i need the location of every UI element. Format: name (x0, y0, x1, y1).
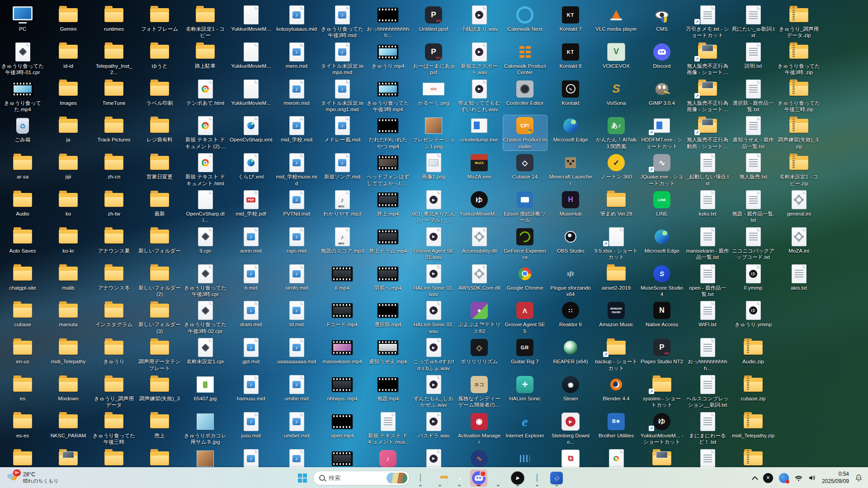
desktop-icon[interactable]: malib (47, 263, 90, 292)
desktop-icon[interactable]: ▶001_東北きりたん（ノーマル）_今じゃ... (412, 189, 456, 225)
desktop-icon[interactable]: 9.cpr (184, 226, 227, 255)
desktop-icon[interactable]: ♪新規ソング.mid (321, 152, 364, 181)
desktop-icon[interactable] (47, 448, 90, 469)
desktop-icon[interactable]: Google Chrome (503, 263, 547, 292)
desktop-icon[interactable] (503, 448, 547, 469)
desktop-icon[interactable]: 調声用データテンプレート (138, 337, 182, 372)
desktop-icon[interactable]: ▶こってゅh dすおf d s bふぉ.wav (412, 337, 456, 372)
taskbar-photos-app-button[interactable] (412, 469, 429, 487)
desktop-icon[interactable]: ゆ↗YukkuriMovieM... - ショートカット (640, 411, 684, 446)
desktop-icon[interactable]: LINELINE (640, 189, 684, 218)
desktop-icon[interactable]: Telepathy_Inst_2... (92, 42, 136, 77)
desktop-icon[interactable]: 選択肢 - 親作品一覧.txt (731, 79, 775, 114)
desktop-icon[interactable]: open - 親作品一覧.txt (686, 263, 730, 299)
desktop-icon[interactable]: general.ini (777, 189, 821, 218)
desktop-icon[interactable]: jijii (47, 152, 90, 181)
desktop-icon[interactable]: ↗無人販売不正行為画像 - ショートカッ... (686, 42, 730, 77)
desktop-icon[interactable]: en-us (1, 337, 45, 366)
desktop-icon[interactable]: 名称未設定1 - コピー (184, 5, 227, 40)
desktop-icon[interactable] (640, 448, 684, 469)
desktop-icon[interactable]: ♪jusu.mid (229, 411, 273, 440)
desktop-icon[interactable]: 無題 - 親作品一覧.txt (731, 189, 775, 225)
desktop-icon[interactable] (138, 448, 182, 469)
taskbar-chrome-button[interactable] (451, 469, 468, 487)
desktop-icon[interactable]: AWSSDK.Core.dll (458, 263, 501, 292)
desktop-icon[interactable]: ▶HALion Sonic 02.wav (412, 300, 456, 335)
desktop-icon[interactable]: ♪rajio.mid (275, 226, 319, 255)
desktop-icon[interactable]: 最新 (138, 189, 182, 218)
desktop-icon[interactable]: akis.txt (777, 263, 821, 292)
desktop-icon[interactable]: maniuta (47, 300, 90, 328)
desktop-icon[interactable]: アナウンス夏 (92, 226, 136, 255)
desktop-icon[interactable]: 新規 テキスト ドキュメント.html (184, 152, 227, 188)
desktop-icon[interactable] (1, 448, 45, 469)
desktop-icon[interactable]: midi_Telepathy.zip (731, 411, 775, 440)
desktop-icon[interactable]: zh-cn (92, 152, 136, 181)
desktop-icon[interactable]: ar-sa (1, 152, 45, 181)
desktop-icon[interactable]: きゅうり食ってた午後三時.zip (777, 79, 821, 114)
desktop-icon[interactable]: es-es (1, 411, 45, 440)
desktop-icon[interactable]: ▶Steinberg Downlo... (549, 411, 593, 446)
desktop-icon[interactable]: ♪td.mid (275, 300, 319, 328)
desktop-icon[interactable]: B★Brother Utilities (594, 411, 638, 440)
desktop-icon[interactable]: ♪mid_学校.mid (275, 115, 319, 144)
desktop-icon[interactable]: ↗万引きメモ.txt - ショートカット (686, 5, 730, 40)
desktop-icon[interactable]: F.mp4 (321, 263, 364, 292)
desktop-icon[interactable]: zh-tw (92, 189, 136, 218)
desktop-icon[interactable]: Microsoft Edge (549, 115, 593, 144)
desktop-icon[interactable]: ♪MP3無題のスコア.mp3 (321, 226, 364, 255)
desktop-icon[interactable] (686, 448, 730, 469)
desktop-icon[interactable]: YukkuriMovieM... (229, 79, 273, 107)
desktop-icon[interactable]: cubase (1, 300, 45, 328)
desktop-icon[interactable]: 新規 テキスト ドキュメント.musicxml (366, 411, 410, 446)
desktop-icon[interactable]: GeForce Experience (503, 226, 547, 262)
desktop-icon[interactable]: NNative Access (640, 300, 684, 328)
desktop-icon[interactable]: ko (47, 189, 90, 218)
desktop-icon[interactable]: OBS Studio (549, 226, 593, 255)
desktop-icon[interactable]: Gemini (47, 5, 90, 33)
desktop-icon[interactable]: OpenCvSharp.dll... (184, 189, 227, 225)
desktop-icon[interactable]: 調声練習(失敗)_3.zip (777, 115, 821, 150)
desktop-icon[interactable]: ▶答え知っててもむずいわこれ.wav (458, 79, 501, 114)
desktop-icon[interactable]: ヘッドフォンはずしててよかっt.mp4 (366, 152, 410, 188)
desktop-icon[interactable]: Images (47, 79, 90, 107)
desktop-icon[interactable]: ▶HALion Sonic 01.wav (412, 263, 456, 299)
desktop-icon[interactable]: chatgpt-site (1, 263, 45, 292)
weather-widget[interactable]: 9+ 28°C 晴れのちくもり (4, 468, 62, 488)
desktop-icon[interactable]: ♪umibe.mid (275, 374, 319, 403)
desktop-icon[interactable]: TimeTune (92, 79, 136, 107)
desktop-icon[interactable]: _起動しない場合.txt (686, 152, 730, 188)
desktop-icon[interactable]: es (1, 374, 45, 403)
desktop-icon[interactable]: Cakewalk Product Center (503, 42, 547, 77)
desktop-icon[interactable]: 通知うぜえ - 親作品一覧.txt (731, 115, 775, 150)
desktop-icon[interactable]: ♪meroin.mid (275, 79, 319, 107)
desktop-icon[interactable]: ◉Activation Manager (458, 411, 501, 446)
desktop-icon[interactable]: ⧉ (549, 448, 593, 469)
volume-icon[interactable] (808, 474, 816, 481)
desktop-icon[interactable]: id-id (47, 42, 90, 70)
desktop-icon[interactable]: きゅうりボカコレ用サムネ.jpg (184, 411, 227, 446)
desktop-icon[interactable] (731, 448, 775, 469)
taskbar-discord-button[interactable] (470, 469, 487, 487)
desktop-icon[interactable]: ゆF.ymmp (731, 263, 775, 292)
desktop-icon[interactable]: ♪umibet.mid (275, 411, 319, 440)
taskbar-search[interactable]: 検索 (313, 471, 410, 485)
desktop-icon[interactable]: 羽尻へ.mp4 (366, 263, 410, 292)
desktop-icon[interactable]: Epson 接続診断ツール (503, 189, 547, 225)
desktop-icon[interactable]: Audio.zip (731, 337, 775, 366)
tray-blue-app-icon[interactable] (779, 473, 789, 483)
desktop-icon[interactable]: MoZA.ini (777, 226, 821, 255)
desktop-icon[interactable]: 新規 テキスト ドキュメント (2).html (184, 115, 227, 150)
desktop-icon[interactable]: Accessibility.dll (458, 226, 501, 255)
desktop-icon[interactable]: ▶バスドラ.wav (412, 411, 456, 440)
desktop-icon[interactable]: SMuseScore Studio 4 (640, 263, 684, 299)
desktop-icon[interactable]: ♪タイトル未設定.tempo.mid (321, 42, 364, 77)
desktop-icon[interactable]: ΛGroove Agent SE 5 (503, 300, 547, 335)
desktop-icon[interactable]: ♪MP3わかりやす.mp3 (321, 189, 364, 218)
desktop-icon[interactable]: MoZAMoZA.exe (458, 152, 501, 181)
desktop-icon[interactable]: manisekarin.mp4 (321, 337, 364, 366)
desktop-icon[interactable]: ♪ (275, 448, 319, 469)
desktop-icon[interactable]: OpenCvSharp.xml (229, 115, 273, 144)
desktop-icon[interactable]: ↗backup - ショートカット (594, 337, 638, 372)
desktop-icon[interactable]: かるーく.png (412, 79, 456, 107)
